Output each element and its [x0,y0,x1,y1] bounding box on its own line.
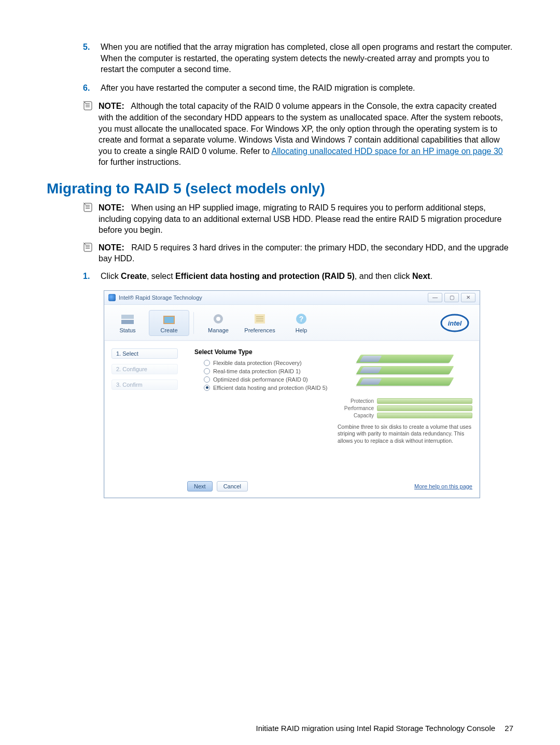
bar-capacity [377,413,472,418]
radio-icon [204,376,210,383]
note-text: RAID 5 requires 3 hard drives in the com… [99,243,509,263]
bar-label: Protection [338,398,374,404]
note-body: NOTE: When using an HP supplied image, m… [99,202,513,236]
toolbar: Status Create Manage Preferences ? H [104,305,480,341]
preferences-icon [252,312,268,326]
bold-raid5: Efficient data hosting and protection (R… [175,272,355,280]
note-label: NOTE: [99,102,124,110]
bar-protection [377,398,472,404]
note-label: NOTE: [99,203,124,212]
page-footer: Initiate RAID migration using Intel Rapi… [256,724,513,733]
screenshot-intel-rst-window: Intel® Rapid Storage Technology — ▢ ✕ St… [104,290,480,498]
note-block: NOTE: Although the total capacity of the… [83,101,513,168]
intel-logo: intel [440,313,469,333]
list-number: 5. [83,41,101,75]
drive-icon [120,312,135,326]
list-text: When you are notified that the array mig… [101,41,513,75]
window-footer: Next Cancel More help on this page [104,476,480,498]
ordered-list-continued: 5. When you are notified that the array … [83,41,513,93]
txt: , select [147,272,175,280]
panel-title: Select Volume Type [194,348,330,356]
radio-label: Optimized disk performance (RAID 0) [213,376,308,383]
toolbar-create[interactable]: Create [149,310,189,336]
radio-label: Flexible data protection (Recovery) [213,360,302,366]
txt: . [430,272,432,280]
list-item-5: 5. When you are notified that the array … [83,41,513,75]
note-icon [83,101,95,168]
note-block: NOTE: When using an HP supplied image, m… [83,202,513,236]
txt: Click [101,272,121,280]
note-body: NOTE: RAID 5 requires 3 hard drives in t… [99,242,513,264]
radio-label: Efficient data hosting and protection (R… [213,385,328,391]
footer-text: Initiate RAID migration using Intel Rapi… [256,724,495,733]
radio-recovery[interactable]: Flexible data protection (Recovery) [204,360,330,366]
radio-raid1[interactable]: Real-time data protection (RAID 1) [204,368,330,374]
toolbar-label: Help [296,327,307,333]
radio-raid0[interactable]: Optimized disk performance (RAID 0) [204,376,330,383]
minimize-button[interactable]: — [428,293,442,302]
note-icon [83,202,95,236]
toolbar-status[interactable]: Status [107,310,148,336]
svg-rect-6 [164,317,174,323]
ordered-list: 1. Click Create, select Efficient data h… [83,271,513,282]
txt: , and then click [355,272,412,280]
window-title: Intel® Rapid Storage Technology [119,294,202,301]
list-item-1: 1. Click Create, select Efficient data h… [83,271,513,282]
wizard-step-confirm: 3. Confirm [111,379,178,390]
list-number: 1. [83,271,101,282]
toolbar-preferences[interactable]: Preferences [240,310,280,336]
radio-icon [204,368,210,374]
radio-icon-selected [204,385,210,391]
radio-raid5[interactable]: Efficient data hosting and protection (R… [204,385,330,391]
volume-type-panel: Select Volume Type Flexible data protect… [189,341,338,476]
disk-icon [356,355,454,363]
page-number: 27 [505,724,513,733]
wizard-step-select[interactable]: 1. Select [111,348,178,359]
list-text: Click Create, select Efficient data host… [101,271,513,282]
disk-icon [356,366,454,374]
toolbar-label: Status [119,327,135,333]
toolbar-label: Manage [208,327,229,333]
note-text-tail: for further instructions. [99,158,181,166]
note-label: NOTE: [99,243,124,252]
note-body: NOTE: Although the total capacity of the… [99,101,513,168]
separator [193,312,194,334]
disk-icon [356,377,454,386]
svg-rect-3 [121,320,134,324]
disk-illustration [338,349,472,391]
bold-create: Create [121,272,147,280]
toolbar-help[interactable]: ? Help [281,310,321,336]
info-panel: Protection Performance Capacity Combine … [338,341,480,476]
cancel-button[interactable]: Cancel [217,481,248,491]
more-help-link[interactable]: More help on this page [414,483,472,489]
toolbar-manage[interactable]: Manage [198,310,239,336]
help-icon: ? [293,312,309,326]
svg-point-8 [216,317,220,321]
maximize-button[interactable]: ▢ [444,293,459,302]
link-allocating-hdd-space[interactable]: Allocating unallocated HDD space for an … [272,147,503,156]
page: 5. When you are notified that the array … [0,0,560,745]
next-button[interactable]: Next [187,481,213,491]
window-titlebar: Intel® Rapid Storage Technology — ▢ ✕ [104,291,480,305]
list-item-6: 6. After you have restarted the computer… [83,82,513,94]
create-icon [161,312,177,326]
gear-icon [211,312,226,326]
wizard-step-configure: 2. Configure [111,364,178,374]
note-text: When using an HP supplied image, migrati… [99,203,501,234]
list-text: After you have restarted the computer a … [101,82,513,94]
bar-label: Capacity [338,413,374,418]
rating-bars: Protection Performance Capacity [338,398,472,418]
bold-next: Next [412,272,430,280]
list-number: 6. [83,82,101,94]
radio-icon [204,360,210,366]
svg-text:intel: intel [448,319,462,327]
toolbar-label: Create [160,327,177,333]
wizard-steps: 1. Select 2. Configure 3. Confirm [104,341,189,476]
svg-text:?: ? [299,315,304,323]
svg-rect-4 [121,315,134,319]
toolbar-label: Preferences [244,327,275,333]
app-icon [108,294,116,301]
close-button[interactable]: ✕ [461,293,475,302]
radio-label: Real-time data protection (RAID 1) [213,368,301,374]
note-block: NOTE: RAID 5 requires 3 hard drives in t… [83,242,513,264]
